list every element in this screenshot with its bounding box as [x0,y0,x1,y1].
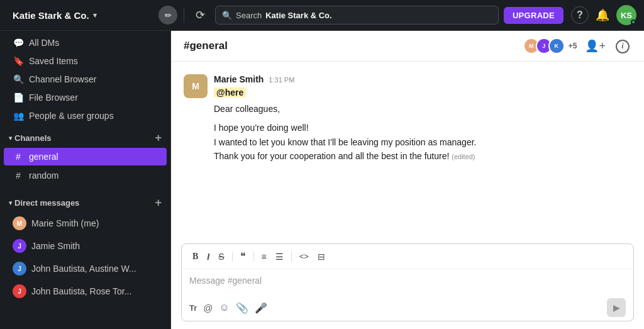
jamie-smith-avatar: J [13,239,26,253]
john-bautista-rose-label: John Bautista, Rose Tor... [31,286,131,296]
channels-chevron-icon: ▾ [9,135,12,142]
sidebar-item-file-browser[interactable]: 📄 File Browser [4,89,167,106]
sidebar-item-jamie-smith[interactable]: J Jamie Smith [4,235,167,257]
channel-hash-icon: # [13,152,24,162]
general-channel-label: general [29,152,58,162]
saved-items-label: Saved Items [29,56,78,66]
composer: B I S ❝ ≡ ☰ <> ⊟ Message #general [181,243,634,321]
sidebar-item-random[interactable]: # random [4,167,167,184]
channel-header-right: M J K +5 👤+ i [523,36,631,55]
marie-smith-me-label: Marie Smith (me) [31,218,99,228]
avatars-plus-count: +5 [569,42,577,50]
bell-icon: 🔔 [596,9,609,21]
main-layout: 💬 All DMs 🔖 Saved Items 🔍 Channel Browse… [0,31,644,329]
code-button[interactable]: <> [296,250,312,262]
upgrade-button[interactable]: UPGRADE [504,7,564,24]
info-icon: i [616,40,630,53]
unordered-list-button[interactable]: ☰ [272,250,287,263]
sidebar-item-john-bautista-rose[interactable]: J John Bautista, Rose Tor... [4,281,167,302]
dm-header-label: Direct messages [14,198,79,208]
search-workspace-label: Katie Stark & Co. [265,11,331,20]
italic-button[interactable]: I [204,250,213,263]
chevron-down-icon: ▾ [93,11,97,20]
online-status-dot [631,20,636,25]
marie-smith-avatar: M [13,216,26,230]
toolbar-divider-1 [232,252,233,262]
mic-button[interactable]: 🎤 [255,302,267,314]
attachment-button[interactable]: 📎 [236,302,248,314]
format-button[interactable]: ⊟ [314,250,328,263]
composer-input[interactable]: Message #general [182,269,633,294]
message-avatar: M [184,74,208,98]
john-bautista-austine-avatar: J [13,262,26,276]
sidebar-item-saved-items[interactable]: 🔖 Saved Items [4,52,167,70]
composer-footer-left: Tr @ ☺ 📎 🎤 [189,302,267,314]
help-icon: ? [577,9,583,21]
composer-placeholder: Message #general [189,276,262,286]
add-member-button[interactable]: 👤+ [583,37,608,55]
sidebar: 💬 All DMs 🔖 Saved Items 🔍 Channel Browse… [0,31,171,329]
john-bautista-rose-avatar: J [13,284,26,298]
sidebar-item-general[interactable]: # general [4,148,167,165]
message-row: M Marie Smith 1:31 PM @here Dear colleag… [184,74,631,164]
top-bar-divider [184,8,184,23]
composer-wrapper: B I S ❝ ≡ ☰ <> ⊟ Message #general [171,238,644,329]
mention-button[interactable]: @ [203,303,213,313]
history-icon: ⟳ [196,9,205,21]
channels-section-header[interactable]: ▾ Channels + [0,125,170,147]
random-channel-label: random [29,170,58,181]
file-browser-icon: 📄 [13,92,24,103]
strikethrough-button[interactable]: S [215,250,227,263]
sidebar-item-channel-browser[interactable]: 🔍 Channel Browser [4,70,167,88]
edited-label: (edited) [452,153,475,160]
notifications-button[interactable]: 🔔 [591,6,614,25]
composer-footer: Tr @ ☺ 📎 🎤 ▶ [182,294,633,321]
message-line-blank [214,116,631,121]
bold-button[interactable]: B [189,250,201,263]
people-user-groups-icon: 👥 [13,111,24,121]
text-format-button[interactable]: Tr [189,303,197,313]
message-body: Dear colleagues, I hope you're doing wel… [214,102,631,164]
edit-button[interactable]: ✏ [158,6,177,25]
channel-info-button[interactable]: i [614,36,631,55]
message-time: 1:31 PM [269,76,294,84]
direct-messages-section-header[interactable]: ▾ Direct messages + [0,190,170,212]
channels-header-label: Channels [14,133,52,143]
toolbar-divider-2 [253,252,254,262]
message-header: Marie Smith 1:31 PM [214,74,631,84]
search-icon: 🔍 [222,11,232,20]
edit-icon: ✏ [165,11,172,20]
workspace-name[interactable]: Katie Stark & Co. ▾ [8,8,153,23]
workspace-section: Katie Stark & Co. ▾ ✏ [8,6,177,25]
dm-chevron-icon: ▾ [9,199,12,206]
message-line-2: I hope you're doing well! [214,121,631,135]
quote-button[interactable]: ❝ [237,249,249,264]
sidebar-item-john-bautista-austine[interactable]: J John Bautista, Austine W... [4,258,167,279]
search-bar[interactable]: 🔍 Search Katie Stark & Co. [215,6,499,25]
john-bautista-austine-label: John Bautista, Austine W... [31,264,136,274]
saved-items-icon: 🔖 [13,56,24,66]
emoji-button[interactable]: ☺ [219,302,230,313]
add-channel-icon[interactable]: + [155,131,162,145]
channel-avatars-group[interactable]: M J K +5 [523,38,577,54]
message-line-4: Thank you for your cooperation and all t… [214,149,631,163]
search-label: Search [236,11,262,20]
help-button[interactable]: ? [571,6,589,24]
history-button[interactable]: ⟳ [191,6,210,25]
random-hash-icon: # [13,170,24,181]
add-dm-icon[interactable]: + [155,196,162,209]
add-person-icon: 👤+ [585,40,606,52]
send-button[interactable]: ▶ [607,298,626,317]
message-sender: Marie Smith [214,74,264,84]
all-dms-label: All DMs [29,38,59,48]
sidebar-item-all-dms[interactable]: 💬 All DMs [4,34,167,52]
sidebar-utility-section: 💬 All DMs 🔖 Saved Items 🔍 Channel Browse… [0,33,170,125]
channel-header: #general M J K +5 👤+ i [171,31,644,62]
sidebar-item-marie-smith-me[interactable]: M Marie Smith (me) [4,213,167,234]
ordered-list-button[interactable]: ≡ [258,250,270,263]
user-avatar[interactable]: KS [616,5,636,25]
at-mention[interactable]: @here [214,87,246,98]
content-area: #general M J K +5 👤+ i M [171,31,644,329]
sidebar-item-people-user-groups[interactable]: 👥 People & user groups [4,107,167,125]
top-bar-icons: ? 🔔 KS [571,5,636,25]
